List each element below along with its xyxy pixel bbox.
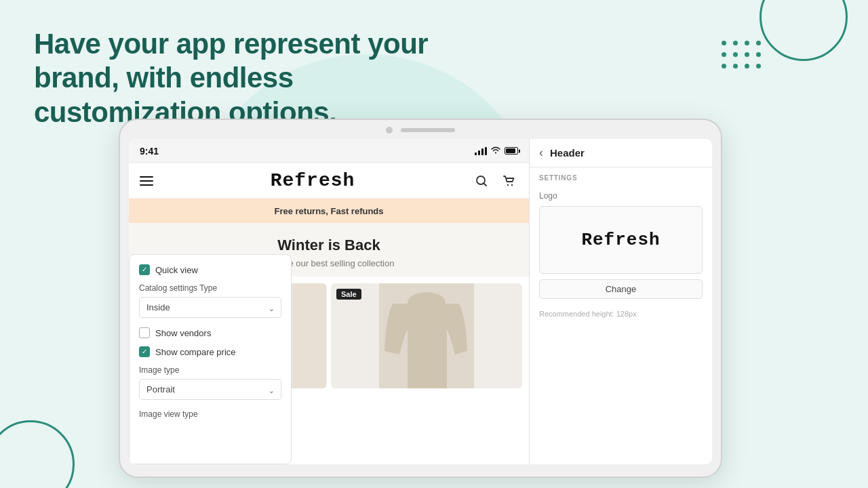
catalog-type-select[interactable]: Inside Outside Overlay xyxy=(139,297,281,318)
dot xyxy=(722,52,726,57)
hamburger-icon[interactable] xyxy=(140,176,153,186)
dot xyxy=(722,64,726,68)
change-logo-button[interactable]: Change xyxy=(539,279,703,299)
image-type-select[interactable]: Portrait Square Landscape xyxy=(139,379,281,400)
image-view-type-label: Image view type xyxy=(139,409,281,419)
tablet-camera xyxy=(386,127,393,134)
image-type-label: Image type xyxy=(139,365,281,375)
app-header: Refresh xyxy=(129,163,529,199)
tablet-top-bar xyxy=(386,127,455,134)
hero-title: Winter is Back xyxy=(140,237,518,254)
catalog-settings-group: Catalog settings Type Inside Outside Ove… xyxy=(139,283,281,318)
promo-banner: Free returns, Fast refunds xyxy=(129,199,529,223)
show-vendors-label: Show vendors xyxy=(155,328,211,338)
back-button[interactable]: ‹ xyxy=(539,146,543,160)
quick-view-row: Quick view xyxy=(139,264,281,275)
page-title: Have your app represent your brand, with… xyxy=(34,27,441,129)
logo-preview-text: Refresh xyxy=(581,230,660,250)
settings-header: ‹ Header xyxy=(530,139,712,167)
catalog-settings-label: Catalog settings Type xyxy=(139,283,281,293)
tablet-device: 9:41 xyxy=(119,119,722,478)
dot xyxy=(745,41,749,45)
dot xyxy=(733,52,738,57)
background-circle-top-right xyxy=(760,0,848,61)
svg-point-1 xyxy=(507,184,509,185)
tablet-screen: 9:41 xyxy=(129,139,712,464)
dot xyxy=(756,64,761,68)
wifi-icon xyxy=(490,146,501,156)
svg-point-13 xyxy=(408,292,446,312)
show-vendors-row: Show vendors xyxy=(139,327,281,338)
image-type-group: Image type Portrait Square Landscape xyxy=(139,365,281,400)
show-vendors-checkbox[interactable] xyxy=(139,327,150,338)
signal-bar-2 xyxy=(478,150,480,155)
signal-bar-1 xyxy=(475,152,477,155)
quick-view-checkbox[interactable] xyxy=(139,264,150,275)
show-compare-label: Show compare price xyxy=(155,347,236,357)
hamburger-line-2 xyxy=(140,180,153,182)
dot xyxy=(733,64,738,68)
sale-badge-2: Sale xyxy=(336,289,361,300)
image-type-wrapper: Portrait Square Landscape xyxy=(139,379,281,400)
show-compare-row: Show compare price xyxy=(139,346,281,357)
svg-point-2 xyxy=(511,184,513,185)
dot xyxy=(756,52,761,57)
settings-panel-title: Header xyxy=(550,147,585,159)
dot xyxy=(745,64,749,68)
hamburger-line-1 xyxy=(140,176,153,178)
phone-status-bar: 9:41 xyxy=(129,139,529,163)
status-time: 9:41 xyxy=(140,146,159,157)
dot xyxy=(745,52,749,57)
quick-view-label: Quick view xyxy=(155,265,198,275)
dot xyxy=(756,41,761,45)
header-action-icons xyxy=(472,171,518,190)
app-logo: Refresh xyxy=(271,170,355,191)
battery-icon xyxy=(505,147,518,155)
signal-bar-4 xyxy=(485,147,487,155)
status-icons xyxy=(475,146,518,156)
battery-fill xyxy=(506,148,515,153)
cart-icon[interactable] xyxy=(499,171,518,190)
recommended-height-text: Recommended height: 128px xyxy=(530,306,712,322)
tablet-home-bar xyxy=(401,128,455,132)
headline-section: Have your app represent your brand, with… xyxy=(34,27,441,129)
search-icon[interactable] xyxy=(472,171,491,190)
signal-bar-3 xyxy=(481,148,484,155)
show-compare-checkbox[interactable] xyxy=(139,346,150,357)
logo-preview-box: Refresh xyxy=(539,206,703,274)
catalog-settings-panel: Quick view Catalog settings Type Inside … xyxy=(129,254,292,464)
background-circle-bottom-left xyxy=(0,420,75,488)
hamburger-line-3 xyxy=(140,184,153,186)
catalog-type-wrapper: Inside Outside Overlay xyxy=(139,297,281,318)
product-card-2[interactable]: Sale xyxy=(331,283,522,388)
dot xyxy=(722,41,726,45)
dots-decoration xyxy=(722,41,763,70)
header-settings-panel: ‹ Header SETTINGS Logo Refresh Change Re… xyxy=(529,139,712,464)
logo-section: Logo Refresh Change xyxy=(530,184,712,306)
logo-label: Logo xyxy=(539,191,703,201)
dot xyxy=(733,41,738,45)
signal-bars-icon xyxy=(475,147,487,155)
settings-section-label: SETTINGS xyxy=(530,167,712,184)
banner-text: Free returns, Fast refunds xyxy=(274,206,383,216)
